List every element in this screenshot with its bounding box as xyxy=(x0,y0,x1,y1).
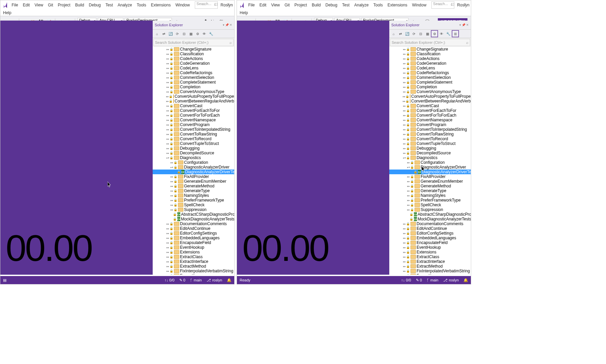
se-search-input[interactable]: Search Solution Explorer (Ctrl+;) xyxy=(153,39,234,46)
folder-item[interactable]: ▸🔒ConvertForToForEach xyxy=(389,113,471,118)
menu-tools[interactable]: Tools xyxy=(371,2,385,8)
menu-extensions[interactable]: Extensions xyxy=(385,2,410,8)
folder-item[interactable]: ▸🔒DocumentationComments xyxy=(153,221,234,226)
folder-item[interactable]: ▸🔒ExtractClass xyxy=(153,254,234,259)
folder-item[interactable]: ▸🔒ExtractMethod xyxy=(389,264,471,269)
folder-item[interactable]: ▾🔒Diagnostics xyxy=(153,155,234,160)
folder-item[interactable]: ▸🔒ExtractMethod xyxy=(153,264,234,269)
folder-item[interactable]: ▸🔒Classification xyxy=(153,52,234,56)
folder-item[interactable]: ▸🔒ExtractInterface xyxy=(389,259,471,264)
folder-item[interactable]: ▸🔒ConvertAutoPropertyToFullProperty xyxy=(389,94,471,99)
menu-file[interactable]: File xyxy=(9,2,20,8)
folder-item[interactable]: ▸🔒ConvertCast xyxy=(389,103,471,108)
folder-item[interactable]: ▸🔒ConvertBetweenRegularAndVerbatimString xyxy=(389,99,471,103)
se-sync-icon[interactable]: 🔄 xyxy=(404,31,410,37)
folder-item[interactable]: ▸🔒GenerateEnumMember xyxy=(389,179,471,184)
sb-output-icon[interactable]: ▤ xyxy=(3,278,6,282)
menu-git[interactable]: Git xyxy=(46,2,55,8)
folder-item[interactable]: ▸🔒ConvertToInterpolatedString xyxy=(389,127,471,132)
folder-item[interactable]: ▸🔒ExtractClass xyxy=(389,254,471,259)
minimize-button[interactable]: — xyxy=(434,0,447,8)
menu-view[interactable]: View xyxy=(32,2,46,8)
se-preview-icon[interactable]: 👁 xyxy=(438,31,445,37)
se-wrench-icon[interactable]: 🔧 xyxy=(208,31,214,37)
editor-area[interactable]: 00.00 xyxy=(0,21,153,275)
folder-item[interactable]: ▸🔒GenerateType xyxy=(389,188,471,193)
maximize-button[interactable]: ☐ xyxy=(210,0,222,8)
se-refresh-icon[interactable]: ⟳ xyxy=(411,31,417,37)
folder-item[interactable]: ▸🔒CodeRefactorings xyxy=(153,70,234,75)
folder-item[interactable]: ▸🔒EncapsulateField xyxy=(153,240,234,245)
file-item[interactable]: ▸🔒AbstractCSharpDiagnosticProviderBased xyxy=(389,212,471,217)
menu-tools[interactable]: Tools xyxy=(134,2,149,8)
se-props-icon[interactable]: ⚙ xyxy=(194,31,201,37)
folder-item[interactable]: ▸🔒ConvertTupleToStruct xyxy=(389,141,471,146)
se-dropdown-icon[interactable]: ▾ xyxy=(459,23,461,27)
se-pin-icon[interactable]: 📌 xyxy=(462,23,465,27)
folder-item[interactable]: ▸🔒ConvertToRecord xyxy=(153,136,234,141)
folder-item[interactable]: ▸🔒EditAndContinue xyxy=(389,226,471,231)
folder-item[interactable]: ▸🔒GenerateMethod xyxy=(389,184,471,188)
menu-build[interactable]: Build xyxy=(309,2,323,8)
folder-item[interactable]: ▸🔒CodeLens xyxy=(389,66,471,70)
folder-item[interactable]: ▸🔒ChangeSignature xyxy=(153,47,234,52)
menu-git[interactable]: Git xyxy=(282,2,292,8)
folder-item[interactable]: ▸🔒CompleteStatement xyxy=(389,80,471,85)
folder-item[interactable]: ▸🔒Classification xyxy=(389,52,471,56)
folder-item[interactable]: ▸🔒Suppression xyxy=(389,207,471,212)
folder-item[interactable]: ▸🔒FixInterpolatedVerbatimString xyxy=(389,269,471,273)
se-dropdown-icon[interactable]: ▾ xyxy=(223,23,224,27)
folder-item[interactable]: ▸🔒CodeGeneration xyxy=(153,61,234,66)
folder-item[interactable]: ▸🔒CommentSelection xyxy=(153,75,234,80)
sb-updown[interactable]: ↑↓ 0/0 xyxy=(164,278,174,282)
solution-tree[interactable]: ▸🔒ChangeSignature▸🔒Classification▸🔒CodeA… xyxy=(389,47,471,275)
folder-item[interactable]: ▸🔒Debugging xyxy=(389,146,471,151)
menu-debug[interactable]: Debug xyxy=(87,2,103,8)
folder-item[interactable]: ▸🔒SpellCheck xyxy=(389,203,471,207)
folder-item[interactable]: ▸🔒Configuration xyxy=(153,160,234,165)
menu-analyze[interactable]: Analyze xyxy=(352,2,371,8)
folder-item[interactable]: ▸🔒ConvertNamespace xyxy=(153,118,234,122)
folder-item[interactable]: ▸🔒EventHookup xyxy=(153,245,234,250)
editor-area[interactable]: 00.00 xyxy=(237,21,389,275)
sb-updown[interactable]: ↑↓ 0/0 xyxy=(401,278,411,282)
folder-item[interactable]: ▸🔒EncapsulateField xyxy=(389,240,471,245)
folder-item[interactable]: ▸🔒DocumentationComments xyxy=(389,221,471,226)
se-close-icon[interactable]: ✕ xyxy=(466,23,469,27)
folder-item[interactable]: ▸🔒Formatting xyxy=(389,273,471,275)
se-preview-icon[interactable]: 👁 xyxy=(201,31,207,37)
se-close-icon[interactable]: ✕ xyxy=(230,23,232,27)
se-switch-icon[interactable]: ⇄ xyxy=(397,31,403,37)
sb-changes[interactable]: ✎ 0 xyxy=(179,278,185,282)
solution-tree[interactable]: ▸🔒ChangeSignature▸🔒Classification▸🔒CodeA… xyxy=(153,47,234,275)
menu-analyze[interactable]: Analyze xyxy=(115,2,134,8)
se-grid-icon[interactable]: ⊞ xyxy=(452,30,459,37)
folder-item[interactable]: ▸🔒PreferFrameworkType xyxy=(153,198,234,203)
folder-item[interactable]: ▸🔒Suppression xyxy=(153,207,234,212)
folder-item[interactable]: ▸🔒Extensions xyxy=(153,250,234,254)
se-pin-icon[interactable]: 📌 xyxy=(225,23,229,27)
se-showall-icon[interactable]: ▦ xyxy=(424,31,430,37)
se-home-icon[interactable]: ⌂ xyxy=(154,31,160,37)
folder-item[interactable]: ▸🔒PreferFrameworkType xyxy=(389,198,471,203)
folder-item[interactable]: ▸🔒EditorConfigSettings xyxy=(389,231,471,236)
se-home-icon[interactable]: ⌂ xyxy=(391,31,397,37)
menu-edit[interactable]: Edit xyxy=(21,2,32,8)
folder-item[interactable]: ▸🔒ConvertNamespace xyxy=(389,118,471,122)
folder-item[interactable]: ▸🔒ChangeSignature xyxy=(389,47,471,52)
folder-item[interactable]: ▸🔒EventHookup xyxy=(389,245,471,250)
se-props-icon[interactable]: ⚙ xyxy=(431,30,438,37)
menu-extensions[interactable]: Extensions xyxy=(149,2,173,8)
minimize-button[interactable]: — xyxy=(198,0,210,8)
folder-item[interactable]: ▸🔒ConvertBetweenRegularAndVerbatimString xyxy=(153,99,234,103)
folder-item[interactable]: ▸🔒ConvertAutoPropertyToFullProperty xyxy=(153,94,234,99)
file-item[interactable]: ▸🔒AbstractCSharpDiagnosticProviderBased xyxy=(153,212,234,217)
folder-item[interactable]: ▸🔒GenerateMethod xyxy=(153,184,234,188)
folder-item[interactable]: ▸🔒EditorConfigSettings xyxy=(153,231,234,236)
folder-item[interactable]: ▸🔒ConvertToRawString xyxy=(389,132,471,136)
folder-item[interactable]: ▸🔒ConvertForEachToFor xyxy=(153,108,234,113)
menu-debug[interactable]: Debug xyxy=(323,2,340,8)
folder-item[interactable]: ▾🔒DiagnosticAnalyzerDriver xyxy=(153,165,234,170)
folder-item[interactable]: ▸🔒EmbeddedLanguages xyxy=(153,236,234,240)
folder-item[interactable]: ▸🔒GenerateType xyxy=(153,188,234,193)
